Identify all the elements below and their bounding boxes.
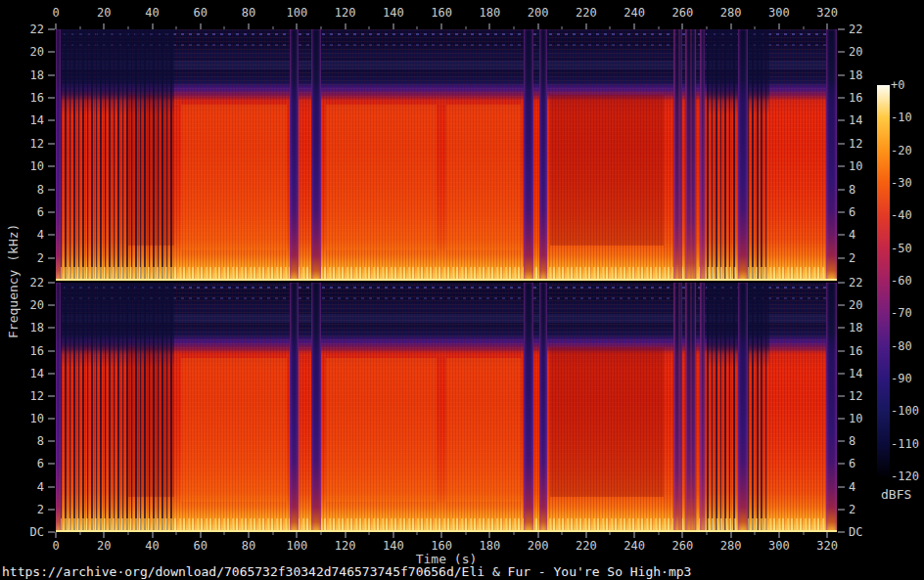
freq-tick [838,395,845,396]
freq-tick-label: 20 [0,298,44,312]
freq-tick [48,257,55,258]
freq-tick [48,464,55,465]
freq-ticks-ch1-left: 222018161412108642 [0,29,56,281]
time-minor-tick [272,532,273,535]
time-tick [778,532,779,538]
warm-orange-patch [326,105,437,250]
dc-baseline [56,530,837,532]
time-minor-tick [610,532,611,535]
time-tick-label: 160 [431,7,452,20]
deep-red-patch [550,347,664,497]
time-minor-tick [417,532,418,535]
freq-tick [48,373,55,374]
freq-tick-label: 12 [849,137,862,151]
soft-quiet-band [673,283,683,532]
freq-tick-label: 12 [0,389,44,403]
freq-tick-label: 4 [849,228,855,242]
spectrogram-channel-2 [56,283,837,532]
quiet-gap-band [290,283,299,532]
quiet-gap-band [56,283,61,532]
freq-tick [838,257,845,258]
freq-tick-label: 18 [0,68,44,82]
warm-orange-patch [446,358,521,503]
time-minor-tick [658,532,659,535]
soft-quiet-band [685,283,696,532]
freq-tick [48,509,55,510]
time-tick [682,532,683,538]
freq-tick [838,98,845,99]
freq-tick-label: 16 [849,344,862,358]
freq-tick-label: 22 [849,276,862,290]
freq-tick-label: 20 [849,45,862,59]
beat-stripe-region [707,29,738,281]
freq-tick-label: 4 [0,228,44,242]
freq-tick-label: 6 [849,205,855,219]
freq-tick [838,441,845,442]
freq-tick [838,373,845,374]
freq-tick-label: DC [849,525,862,539]
colorbar-tick-label: +0 [891,78,904,92]
freq-tick [48,120,55,121]
time-tick-label: 140 [383,7,404,20]
colorbar-tick-label: -60 [891,274,912,288]
freq-tick [48,98,55,99]
freq-tick [838,464,845,465]
freq-tick-label: 8 [0,183,44,197]
time-tick-label: 220 [576,7,597,20]
quiet-gap-band [311,29,321,281]
beat-stripe-region [748,283,769,532]
freq-tick-label: 18 [849,321,862,335]
freq-tick-label: 16 [0,91,44,105]
freq-tick [48,235,55,236]
warm-orange-patch [181,358,287,503]
time-tick [730,532,731,538]
freq-tick [48,283,55,284]
soft-quiet-band [700,283,705,532]
freq-tick [48,441,55,442]
freq-tick [838,283,845,284]
freq-tick-label: 16 [0,344,44,358]
quiet-gap-band [524,283,533,532]
quiet-gap-band [826,283,837,532]
time-minor-tick [320,532,321,535]
quiet-gap-band [539,283,548,532]
time-tick-label: 60 [194,7,208,20]
quiet-gap-band [311,283,321,532]
freq-tick [48,419,55,420]
freq-tick [838,143,845,144]
time-tick [152,532,153,538]
quiet-gap-band [56,29,61,281]
freq-tick-label: 2 [0,251,44,265]
colorbar-tick-label: -40 [891,208,912,222]
freq-tick [838,328,845,329]
colorbar-tick-label: -70 [891,306,912,320]
time-tick [297,532,298,538]
freq-tick [48,143,55,144]
freq-tick-label: 6 [0,205,44,219]
freq-tick-label: 10 [0,159,44,173]
freq-tick-label: 4 [849,480,855,494]
freq-tick [48,305,55,306]
file-url: https://archive·org/download/7065732f303… [2,564,691,579]
freq-tick-label: 2 [849,503,855,516]
time-tick [441,532,442,538]
time-minor-tick [707,532,708,535]
quiet-gap-band [738,29,748,281]
freq-tick [838,211,845,212]
freq-tick [48,328,55,329]
freq-tick [48,52,55,53]
freq-tick [838,189,845,190]
beat-stripe-region [61,29,174,281]
freq-tick [838,532,845,533]
freq-tick-label: 8 [0,434,44,448]
time-tick-label: 240 [624,7,645,20]
freq-tick [838,235,845,236]
freq-tick-label: 2 [0,503,44,516]
time-tick-label: 100 [286,7,307,20]
colorbar-tick-label: -90 [891,372,912,385]
beat-stripe-region [748,29,769,281]
freq-tick [838,419,845,420]
time-minor-tick [803,532,804,535]
quiet-gap-band [524,29,533,281]
time-minor-tick [224,532,225,535]
